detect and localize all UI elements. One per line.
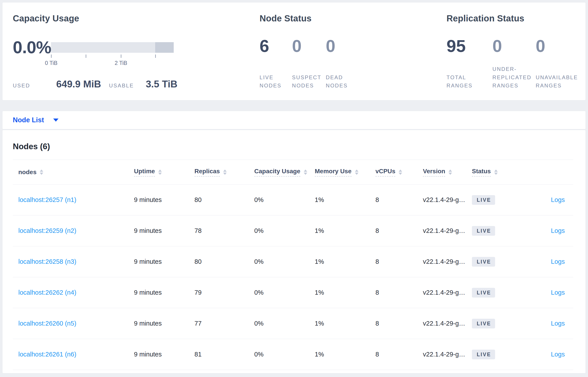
suspect-nodes-stat: 0 SUSPECT NODES: [292, 37, 326, 90]
dead-nodes-label: DEAD NODES: [326, 73, 365, 90]
total-ranges-stat: 95 TOTAL RANGES: [447, 37, 493, 90]
status-badge: LIVE: [472, 350, 495, 359]
sort-icon[interactable]: [223, 169, 227, 175]
memory-cell: 1%: [315, 258, 376, 265]
version-cell: v22.1.4-29-g…: [423, 196, 472, 203]
uptime-cell: 9 minutes: [134, 196, 194, 203]
unavailable-ranges-value: 0: [536, 37, 583, 55]
capacity-usage-title: Capacity Usage: [13, 13, 245, 24]
version-cell: v22.1.4-29-g…: [423, 289, 472, 296]
live-nodes-value: 6: [259, 37, 292, 55]
under-replicated-ranges-value: 0: [493, 37, 536, 55]
axis-tick: [121, 55, 121, 58]
column-header-version[interactable]: Version: [423, 168, 472, 177]
capacity-cell: 0%: [254, 258, 315, 265]
vcpus-cell: 8: [376, 227, 423, 235]
vcpus-cell: 8: [376, 289, 423, 296]
cluster-summary-card: Capacity Usage 0.0% 0 TiB 2 TiB USED 649…: [2, 2, 586, 100]
logs-link[interactable]: Logs: [551, 258, 565, 265]
memory-cell: 1%: [315, 320, 376, 327]
node-link[interactable]: localhost:26260 (n5): [18, 320, 76, 327]
suspect-nodes-label: SUSPECT NODES: [292, 73, 326, 90]
usable-label: USABLE: [109, 82, 134, 89]
axis-tick: [155, 55, 156, 58]
table-row: localhost:26259 (n2) 9 minutes 78 0% 1% …: [13, 215, 573, 246]
version-cell: v22.1.4-29-g…: [423, 351, 472, 358]
axis-tick-label: 0 TiB: [45, 60, 58, 66]
sort-icon[interactable]: [40, 169, 43, 175]
capacity-cell: 0%: [254, 289, 315, 296]
version-cell: v22.1.4-29-g…: [423, 320, 472, 327]
sort-icon[interactable]: [399, 169, 402, 175]
column-header-nodes[interactable]: nodes: [13, 169, 134, 176]
sort-icon[interactable]: [355, 169, 358, 175]
replicas-cell: 78: [194, 227, 254, 235]
status-badge: LIVE: [472, 288, 495, 297]
unavailable-ranges-label: UNAVAILABLE RANGES: [536, 73, 574, 90]
used-label: USED: [13, 82, 30, 89]
table-header-row: nodes Uptime Replicas Capacity Usage Mem…: [13, 160, 573, 185]
node-status-section: Node Status 6 LIVE NODES 0 SUSPECT NODES…: [259, 13, 436, 90]
axis-tick-label: 2 TiB: [115, 60, 127, 66]
memory-cell: 1%: [315, 289, 376, 296]
column-header-memory-use[interactable]: Memory Use: [315, 168, 376, 177]
node-status-title: Node Status: [259, 13, 436, 24]
live-nodes-stat: 6 LIVE NODES: [259, 37, 292, 90]
sort-icon[interactable]: [304, 169, 307, 175]
uptime-cell: 9 minutes: [134, 258, 194, 265]
dead-nodes-stat: 0 DEAD NODES: [326, 37, 436, 90]
nodes-table-card: Nodes (6) nodes Uptime Replicas Capacity…: [2, 130, 586, 374]
replicas-cell: 81: [194, 351, 254, 358]
under-replicated-ranges-stat: 0 UNDER-REPLICATED RANGES: [493, 37, 536, 90]
capacity-bar-track: [51, 42, 174, 53]
replicas-cell: 79: [194, 289, 254, 296]
node-link[interactable]: localhost:26257 (n1): [18, 196, 76, 203]
node-link[interactable]: localhost:26262 (n4): [18, 289, 76, 296]
replicas-cell: 80: [194, 258, 254, 265]
logs-link[interactable]: Logs: [551, 289, 565, 296]
logs-link[interactable]: Logs: [551, 351, 565, 358]
usable-value: 3.5 TiB: [146, 79, 177, 90]
logs-link[interactable]: Logs: [551, 227, 565, 234]
table-row: localhost:26260 (n5) 9 minutes 77 0% 1% …: [13, 308, 573, 339]
total-ranges-label: TOTAL RANGES: [447, 73, 485, 90]
status-badge: LIVE: [472, 195, 495, 205]
column-header-status[interactable]: Status: [472, 168, 522, 177]
uptime-cell: 9 minutes: [134, 351, 194, 358]
uptime-cell: 9 minutes: [134, 320, 194, 327]
node-link[interactable]: localhost:26259 (n2): [18, 227, 76, 234]
version-cell: v22.1.4-29-g…: [423, 227, 472, 235]
logs-link[interactable]: Logs: [551, 196, 565, 203]
axis-tick: [86, 55, 86, 58]
version-cell: v22.1.4-29-g…: [423, 258, 472, 265]
nodes-table-title: Nodes (6): [13, 130, 573, 151]
view-selector-bar: Node List: [2, 111, 586, 129]
column-header-vcpus[interactable]: vCPUs: [376, 168, 423, 177]
caret-down-icon[interactable]: [53, 118, 59, 122]
node-link[interactable]: localhost:26258 (n3): [18, 258, 76, 265]
sort-icon[interactable]: [158, 169, 162, 175]
sort-icon[interactable]: [448, 169, 452, 175]
sort-icon[interactable]: [494, 169, 498, 175]
replication-status-title: Replication Status: [447, 13, 583, 24]
capacity-usage-bar: 0 TiB 2 TiB: [51, 42, 174, 53]
node-list-dropdown[interactable]: Node List: [13, 116, 44, 124]
replication-status-section: Replication Status 95 TOTAL RANGES 0 UND…: [447, 13, 583, 90]
unavailable-ranges-stat: 0 UNAVAILABLE RANGES: [536, 37, 583, 90]
logs-link[interactable]: Logs: [551, 320, 565, 327]
column-header-replicas[interactable]: Replicas: [194, 168, 254, 177]
used-value: 649.9 MiB: [56, 79, 101, 90]
dead-nodes-value: 0: [326, 37, 436, 55]
vcpus-cell: 8: [376, 351, 423, 358]
table-row: localhost:26257 (n1) 9 minutes 80 0% 1% …: [13, 185, 573, 215]
table-row: localhost:26258 (n3) 9 minutes 80 0% 1% …: [13, 246, 573, 277]
column-header-capacity-usage[interactable]: Capacity Usage: [254, 168, 315, 177]
column-header-uptime[interactable]: Uptime: [134, 168, 194, 177]
capacity-usage-section: Capacity Usage 0.0% 0 TiB 2 TiB USED 649…: [13, 13, 245, 90]
suspect-nodes-value: 0: [292, 37, 326, 55]
status-badge: LIVE: [472, 319, 495, 329]
node-link[interactable]: localhost:26261 (n6): [18, 351, 76, 358]
capacity-cell: 0%: [254, 351, 315, 358]
memory-cell: 1%: [315, 196, 376, 203]
capacity-cell: 0%: [254, 227, 315, 235]
